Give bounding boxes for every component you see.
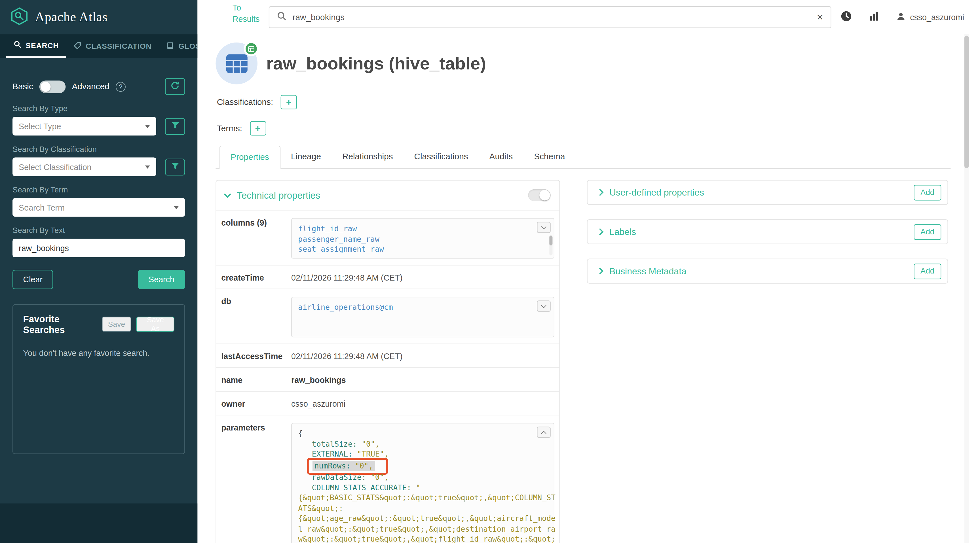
chevron-down-icon: [224, 191, 231, 197]
user-menu[interactable]: csso_aszuromi: [896, 12, 964, 23]
type-filter-button[interactable]: [165, 117, 185, 135]
column-item[interactable]: passenger_name_raw: [298, 234, 535, 244]
expand-db-button[interactable]: [537, 300, 550, 312]
clear-button[interactable]: Clear: [13, 270, 53, 289]
entity-tabs: Properties Lineage Relationships Classif…: [215, 146, 950, 169]
save-button[interactable]: Save: [102, 317, 131, 332]
search-button[interactable]: Search: [138, 270, 185, 289]
search-by-term-label: Search By Term: [13, 186, 185, 194]
code-line: {&quot;BASIC_STATS&quot;:&quot;true&quot…: [298, 493, 535, 503]
chevron-down-icon: [541, 302, 546, 308]
tab-relationships[interactable]: Relationships: [331, 146, 404, 168]
refresh-icon: [171, 81, 180, 92]
technical-properties-card: Technical properties columns (9) flight_…: [215, 180, 560, 543]
classification-filter-button[interactable]: [165, 159, 185, 175]
advanced-label: Advanced: [72, 82, 110, 91]
chevron-down-icon: [145, 125, 150, 128]
entity-status-badge-icon: [244, 41, 259, 56]
hive-table-icon: [215, 43, 258, 84]
filter-icon: [171, 121, 179, 132]
scrollbar-thumb[interactable]: [964, 36, 969, 168]
tab-classifications[interactable]: Classifications: [404, 146, 479, 168]
search-icon: [277, 11, 286, 23]
filter-icon: [171, 161, 179, 173]
favorites-empty-text: You don't have any favorite search.: [23, 349, 174, 358]
chevron-up-icon: [541, 430, 546, 436]
table-row: db airline_operations@cm: [216, 289, 560, 343]
type-select[interactable]: Select Type: [13, 117, 156, 135]
user-defined-properties-title[interactable]: User-defined properties: [609, 187, 704, 197]
search-form: Basic Advanced ? Search By Type Select T…: [0, 58, 197, 454]
chevron-down-icon: [145, 165, 150, 168]
owner-value: csso_aszuromi: [291, 398, 554, 408]
add-classification-button[interactable]: +: [281, 95, 297, 110]
code-line: ATS&quot;:: [298, 503, 535, 513]
business-metadata-card: Business Metadata Add: [587, 259, 948, 283]
search-icon: [14, 41, 21, 50]
nav-classification[interactable]: CLASSIFICATION: [66, 34, 159, 58]
app-title: Apache Atlas: [35, 10, 107, 25]
refresh-button[interactable]: [165, 78, 185, 95]
terms-row: Terms: +: [217, 121, 951, 136]
page-scrollbar[interactable]: [964, 34, 969, 543]
collapse-parameters-button[interactable]: [537, 427, 550, 438]
page-title: raw_bookings (hive_table): [266, 53, 486, 73]
tab-properties[interactable]: Properties: [220, 146, 280, 169]
to-results-link[interactable]: To Results: [232, 3, 266, 25]
table-row: lastAccessTime 02/11/2026 11:29:48 AM (C…: [216, 343, 560, 367]
tag-icon: [74, 42, 81, 51]
db-value-box: airline_operations@cm: [291, 297, 554, 337]
db-link[interactable]: airline_operations@cm: [298, 302, 535, 313]
add-business-metadata-button[interactable]: Add: [914, 263, 942, 279]
columns-value-box: flight_id_raw passenger_name_raw seat_as…: [291, 218, 554, 259]
term-select[interactable]: Search Term: [13, 198, 185, 217]
flat-view-toggle[interactable]: [528, 189, 550, 201]
help-icon[interactable]: ?: [116, 82, 126, 92]
chevron-down-icon: [541, 224, 546, 229]
lastaccesstime-value: 02/11/2026 11:29:48 AM (CET): [291, 350, 554, 361]
labels-title[interactable]: Labels: [609, 227, 636, 237]
table-row: createTime 02/11/2026 11:29:48 AM (CET): [216, 265, 560, 289]
save-as-button[interactable]: Save As: [137, 317, 174, 332]
favorite-searches-panel: Favorite Searches Save Save As You don't…: [13, 304, 185, 454]
column-item[interactable]: flight_id_raw: [298, 224, 535, 234]
chevron-right-icon: [597, 268, 603, 275]
global-search-input[interactable]: [293, 13, 811, 22]
code-line-numrows: numRows: "0",: [298, 459, 535, 472]
tab-audits[interactable]: Audits: [479, 146, 523, 168]
primary-nav: SEARCH CLASSIFICATION GLOSSARY: [0, 34, 197, 58]
column-item[interactable]: seat_assignment_raw: [298, 244, 535, 254]
right-panels: User-defined properties Add Labels Add B…: [587, 180, 948, 284]
code-line: COLUMN_STATS_ACCURATE: ": [298, 483, 535, 493]
tab-schema[interactable]: Schema: [523, 146, 576, 168]
nav-search[interactable]: SEARCH: [6, 34, 66, 58]
add-user-defined-property-button[interactable]: Add: [914, 184, 942, 200]
favorite-searches-title: Favorite Searches: [23, 313, 102, 335]
expand-columns-button[interactable]: [537, 222, 550, 233]
entity-header: raw_bookings (hive_table): [215, 43, 950, 84]
technical-properties-title[interactable]: Technical properties: [237, 190, 320, 200]
statistics-icon[interactable]: [869, 10, 880, 24]
owner-label: owner: [221, 398, 291, 408]
tab-lineage[interactable]: Lineage: [280, 146, 332, 168]
table-row: parameters { totalSize: "0", EXTERNAL: "…: [216, 415, 560, 543]
add-term-button[interactable]: +: [250, 121, 266, 136]
search-by-text-label: Search By Text: [13, 226, 185, 235]
classification-select[interactable]: Select Classification: [13, 157, 156, 176]
clear-search-icon[interactable]: ×: [817, 12, 823, 22]
username: csso_aszuromi: [910, 13, 964, 22]
search-text-input[interactable]: [13, 239, 185, 257]
add-label-button[interactable]: Add: [914, 224, 942, 240]
user-defined-properties-card: User-defined properties Add: [587, 180, 948, 205]
sidebar: Apache Atlas SEARCH CLASSIFICATION GLOSS…: [0, 0, 197, 543]
pending-tasks-icon[interactable]: [840, 10, 853, 25]
atlas-logo-icon: [10, 6, 29, 28]
columns-scrollbar[interactable]: [549, 235, 552, 256]
code-line: rawDataSize: "0",: [298, 472, 535, 483]
toggle-knob: [41, 82, 51, 92]
basic-advanced-toggle[interactable]: [40, 80, 66, 93]
business-metadata-title[interactable]: Business Metadata: [609, 266, 687, 276]
table-row: owner csso_aszuromi: [216, 391, 560, 415]
parameters-value-box: { totalSize: "0", EXTERNAL: "TRUE", numR…: [291, 423, 554, 543]
atlas-app: Apache Atlas SEARCH CLASSIFICATION GLOSS…: [0, 0, 980, 543]
